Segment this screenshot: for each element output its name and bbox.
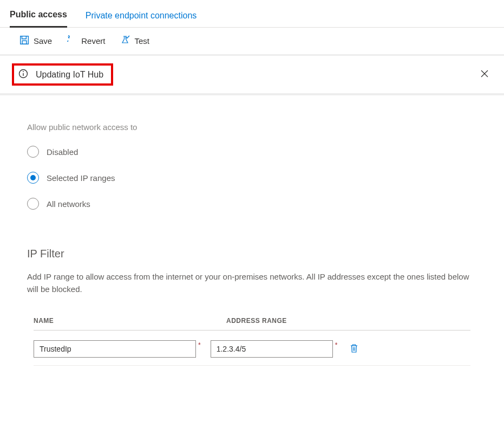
flask-check-icon <box>120 35 130 47</box>
radio-icon <box>27 198 39 210</box>
tabs-bar: Public access Private endpoint connectio… <box>0 0 504 28</box>
revert-button[interactable]: Revert <box>67 35 105 47</box>
revert-label: Revert <box>81 36 105 46</box>
delete-row-button[interactable] <box>347 341 361 357</box>
col-header-address-range: ADDRESS RANGE <box>226 317 400 325</box>
save-label: Save <box>34 36 52 46</box>
main-content: Allow public network access to Disabled … <box>0 95 504 377</box>
undo-icon <box>67 35 77 47</box>
table-row: * * <box>34 331 470 366</box>
info-icon <box>18 69 28 80</box>
access-label: Allow public network access to <box>27 122 477 132</box>
test-label: Test <box>134 36 149 46</box>
ip-filter-description: Add IP range to allow access from the in… <box>27 271 471 295</box>
col-header-name: NAME <box>34 317 207 325</box>
notification-text: Updating IoT Hub <box>36 70 103 80</box>
tab-public-access[interactable]: Public access <box>10 7 67 28</box>
radio-all-networks[interactable]: All networks <box>27 198 477 210</box>
notification-highlight: Updating IoT Hub <box>12 63 113 86</box>
notification-close-button[interactable] <box>476 65 493 84</box>
close-icon <box>480 72 489 80</box>
ip-filter-heading: IP Filter <box>27 248 477 260</box>
ip-filter-table: NAME ADDRESS RANGE * * <box>27 317 477 366</box>
required-asterisk: * <box>335 341 338 349</box>
notification-area: Updating IoT Hub <box>0 54 504 95</box>
toolbar: Save Revert Test <box>0 28 504 54</box>
required-asterisk: * <box>198 341 201 349</box>
ip-name-input[interactable] <box>34 340 196 358</box>
radio-allnetworks-label: All networks <box>47 199 90 209</box>
radio-icon <box>27 172 39 184</box>
trash-icon <box>349 347 359 355</box>
radio-selectedip-label: Selected IP ranges <box>47 173 115 183</box>
svg-rect-1 <box>22 41 27 44</box>
svg-point-4 <box>23 71 24 72</box>
radio-icon <box>27 146 39 158</box>
ip-address-range-input[interactable] <box>211 340 333 358</box>
radio-disabled[interactable]: Disabled <box>27 146 477 158</box>
notification: Updating IoT Hub <box>9 57 499 92</box>
test-button[interactable]: Test <box>120 35 149 47</box>
radio-disabled-label: Disabled <box>47 147 78 157</box>
access-radio-group: Disabled Selected IP ranges All networks <box>27 146 477 210</box>
save-icon <box>19 35 29 47</box>
table-header: NAME ADDRESS RANGE <box>34 317 470 331</box>
save-button[interactable]: Save <box>19 35 52 47</box>
tab-private-endpoint[interactable]: Private endpoint connections <box>86 8 197 27</box>
radio-selected-ip-ranges[interactable]: Selected IP ranges <box>27 172 477 184</box>
